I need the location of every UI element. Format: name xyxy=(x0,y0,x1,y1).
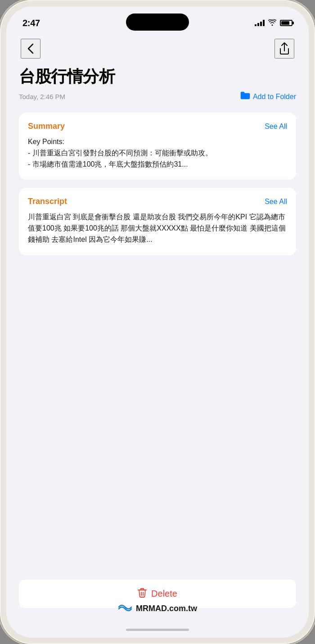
content-area: 台股行情分析 Today, 2:46 PM Add to Folder Summ… xyxy=(6,66,309,571)
trash-icon xyxy=(138,588,147,600)
summary-body: Key Points: - 川普重返白宮引發對台股的不同預測：可能衝擊或助攻。 … xyxy=(28,136,287,170)
home-indicator xyxy=(6,621,309,638)
transcript-title: Transcript xyxy=(28,197,67,206)
transcript-see-all-button[interactable]: See All xyxy=(265,198,287,206)
folder-icon xyxy=(240,91,250,102)
page-title: 台股行情分析 xyxy=(19,66,296,88)
transcript-card-header: Transcript See All xyxy=(28,197,287,206)
share-button[interactable] xyxy=(274,39,294,59)
signal-bars-icon xyxy=(255,20,265,26)
status-time: 2:47 xyxy=(22,18,40,28)
wifi-icon xyxy=(268,19,276,27)
transcript-card: Transcript See All 川普重返白宮 到底是會衝擊台股 還是助攻台… xyxy=(19,188,296,255)
add-to-folder-button[interactable]: Add to Folder xyxy=(240,91,296,102)
battery-fill xyxy=(281,21,289,25)
watermark-text: MRMAD.com.tw xyxy=(136,604,197,613)
status-icons xyxy=(255,19,292,27)
home-bar xyxy=(126,629,189,631)
phone-screen: 2:47 xyxy=(6,6,309,638)
dynamic-island xyxy=(126,14,189,31)
nav-bar xyxy=(6,32,309,66)
back-button[interactable] xyxy=(21,39,40,59)
summary-card: Summary See All Key Points: - 川普重返白宮引發對台… xyxy=(19,113,296,180)
timestamp: Today, 2:46 PM xyxy=(19,93,65,100)
summary-title: Summary xyxy=(28,122,65,131)
transcript-body: 川普重返白宮 到底是會衝擊台股 還是助攻台股 我們交易所今年的KPI 它認為總市… xyxy=(28,212,287,245)
summary-card-header: Summary See All xyxy=(28,122,287,131)
meta-row: Today, 2:46 PM Add to Folder xyxy=(19,91,296,102)
delete-label: Delete xyxy=(151,589,177,599)
summary-see-all-button[interactable]: See All xyxy=(265,122,287,131)
watermark-logo xyxy=(118,603,132,614)
battery-icon xyxy=(280,20,292,26)
phone-frame: 2:47 xyxy=(0,0,315,644)
watermark: MRMAD.com.tw xyxy=(6,603,309,614)
add-to-folder-label: Add to Folder xyxy=(253,93,296,101)
